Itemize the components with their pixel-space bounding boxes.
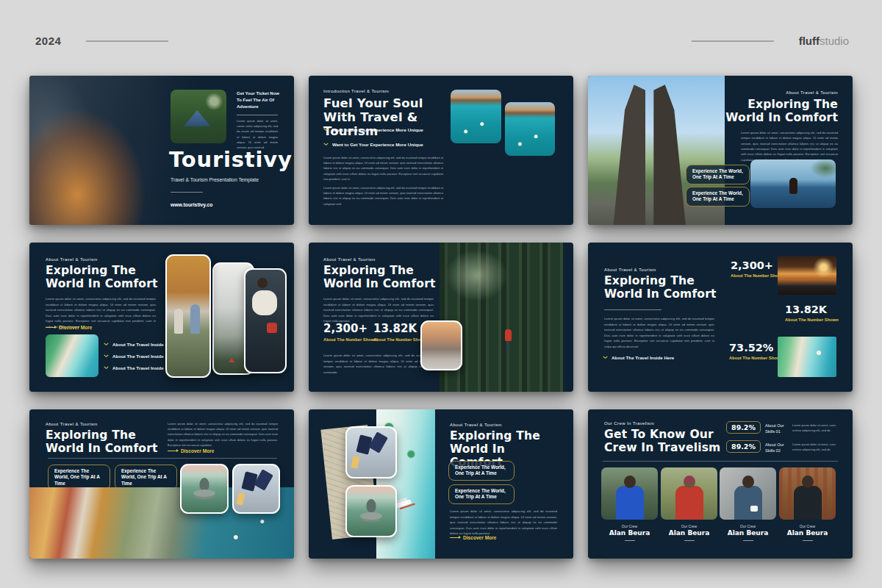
slide-about-coast[interactable]: About Travel & Tourism Exploring The Wor… — [29, 409, 294, 559]
stat-block: 2,300+ About The Number Shown — [731, 260, 784, 279]
photo-buddha-statue — [180, 464, 229, 514]
stat-block: 2,300+ About The Number Shown — [323, 323, 377, 343]
crew-role: Our Crew — [601, 524, 658, 528]
slide-cover[interactable]: Get Your Ticket Now To Feel The Air Of A… — [29, 76, 294, 225]
body-paragraph: Lorem ipsum dolor sit amet, consectetur … — [168, 421, 278, 448]
stat-block: 13.82K About The Number Shown — [785, 304, 839, 323]
slide-title: Exploring The World In Comfort — [323, 265, 441, 291]
slide-title: Exploring The World In Comfort — [46, 265, 163, 291]
experience-button[interactable]: Experience The World, One Trip At A Time — [48, 465, 110, 490]
experience-button[interactable]: Experience The World, One Trip At A Time — [115, 465, 177, 490]
slide-introduction[interactable]: Introduction Travel & Tourism Fuel Your … — [309, 76, 573, 225]
crew-role: Our Crew — [720, 524, 776, 528]
bullet-label: Want to Get Your Experience More Unique — [332, 127, 423, 132]
cover-subtitle: Travel & Tourism Presentation Template — [171, 177, 259, 182]
body-paragraph: Lorem ipsum dolor sit amet, consectetur … — [604, 316, 714, 349]
chevron-down-icon — [323, 143, 329, 146]
slide-eyebrow: About Travel & Tourism — [46, 257, 98, 262]
cover-website-link[interactable]: www.touristivy.co — [171, 202, 212, 207]
year-label: 2024 — [35, 35, 61, 47]
page-canvas: 2024 fluffstudio Get Your Ticket Now To … — [0, 0, 882, 588]
cover-body-text: Lorem ipsum dolor sit amet, conse ctetur… — [237, 118, 278, 150]
divider-line — [625, 540, 635, 541]
slide-about-cards[interactable]: About Travel & Tourism Exploring The Wor… — [29, 243, 294, 392]
experience-button[interactable]: Experience The World, One Trip At A Time — [448, 484, 514, 504]
crew-name: Alan Beura — [779, 529, 836, 537]
header-line-left — [86, 40, 168, 42]
body-paragraph: Lorem ipsum dolor sit amet, consectetur … — [323, 296, 434, 324]
stat-value: 2,300+ — [731, 260, 784, 271]
arrow-right-icon — [450, 537, 459, 538]
chevron-down-icon — [603, 356, 608, 359]
crew-role: Our Crew — [661, 524, 717, 528]
experience-button[interactable]: Experience The World, One Trip At A Time — [448, 461, 514, 481]
photo-harbor-2 — [505, 102, 555, 156]
slide-about-gate[interactable]: About Travel & Tourism Exploring The Wor… — [588, 76, 853, 225]
crew-name: Alan Beura — [661, 529, 717, 537]
header-line-right — [692, 40, 774, 42]
photo-infinity-pool — [750, 159, 836, 208]
slide-crew[interactable]: Our Crew In Travelism Get To Know Our Cr… — [588, 409, 853, 559]
slide-eyebrow: About Travel & Tourism — [604, 268, 656, 272]
bullet-label: About The Travel Inside Here — [612, 355, 674, 360]
divider-line — [803, 540, 813, 541]
slide-title: Get To Know Our Crew In Travelism — [604, 429, 733, 455]
photo-harbor-boats-1 — [451, 147, 501, 210]
discover-more-label: Discover More — [463, 535, 496, 540]
bullet-label: Want to Get Your Experience More Unique — [332, 142, 423, 147]
bullet-item: About The Travel Inside Here — [603, 355, 674, 360]
skill-note: Lorem ipsum dolor sit amet, cons ectetur… — [792, 442, 836, 453]
bullet-item: Want to Get Your Experience More Unique — [323, 142, 423, 147]
body-paragraph: Lorem ipsum dolor sit amet, consectetur … — [323, 155, 443, 182]
cover-title: Touristivy — [169, 147, 293, 172]
slide-eyebrow: Our Crew In Travelism — [604, 421, 654, 426]
slide-about-stats[interactable]: About Travel & Tourism Exploring The Wor… — [588, 243, 853, 392]
bullet-item: About The Travel Inside — [104, 342, 164, 347]
stat-block: 13.82K About The Number Shown — [373, 323, 427, 343]
discover-more-label: Discover More — [181, 448, 214, 453]
stat-label: About The Number Shown — [785, 318, 839, 323]
divider-line — [171, 192, 203, 193]
stat-label: About The Number Shown — [731, 273, 784, 279]
discover-more-label: Discover More — [59, 325, 92, 330]
crew-name: Alan Beura — [601, 529, 658, 537]
crew-photo-3 — [720, 467, 776, 520]
stat-value: 13.82K — [373, 323, 427, 334]
discover-more-link[interactable]: Discover More — [46, 325, 92, 330]
discover-more-link[interactable]: Discover More — [168, 448, 214, 453]
photo-passports — [345, 426, 397, 478]
photo-lantern-sunset — [778, 256, 836, 295]
stat-block: 73.52% About The Number Shown — [729, 343, 783, 362]
bullet-item: Want to Get Your Experience More Unique — [323, 127, 423, 132]
divider-line — [603, 461, 838, 462]
slide-eyebrow: About Travel & Tourism — [46, 422, 98, 426]
discover-more-link[interactable]: Discover More — [450, 535, 496, 540]
slide-about-forest[interactable]: About Travel & Tourism Exploring The Wor… — [309, 243, 573, 392]
divider-line — [684, 540, 695, 541]
experience-button[interactable]: Experience The World, One Trip At A Time — [686, 187, 750, 207]
slide-eyebrow: About Travel & Tourism — [323, 257, 376, 262]
photo-beach-aerial — [46, 334, 98, 377]
skill-percentage-badge: 89.2% — [726, 440, 761, 453]
body-paragraph: Lorem ipsum dolor sit amet, consectetur … — [323, 185, 443, 207]
body-paragraph: Lorem ipsum dolor sit amet, consectetur … — [323, 353, 428, 375]
skill-label: About Our Skills 01 — [765, 423, 792, 435]
brand-light: studio — [820, 35, 849, 47]
experience-button[interactable]: Experience The World, One Trip At A Time — [686, 165, 750, 184]
photo-passports — [232, 464, 280, 514]
photo-boats-aerial — [720, 298, 779, 336]
slide-title: Exploring The World In Comfort — [46, 429, 159, 456]
bullet-item: About The Travel Inside — [104, 365, 164, 370]
slide-about-collage[interactable]: About Travel & Tourism Exploring The Wor… — [309, 409, 573, 559]
chevron-down-icon — [104, 366, 109, 370]
top-bar: 2024 fluffstudio — [35, 35, 849, 47]
crew-photo-2 — [661, 467, 717, 520]
stat-label: About The Number Shown — [323, 337, 377, 343]
stat-value: 13.82K — [785, 304, 839, 315]
brand-logo: fluffstudio — [799, 35, 849, 47]
body-paragraph: Lorem ipsum dolor sit amet, consectetur … — [741, 130, 838, 162]
slide-eyebrow: About Travel & Tourism — [786, 90, 838, 95]
bullet-item: About The Travel Inside — [104, 354, 164, 359]
slide-title: Exploring The World In Comfort — [725, 98, 838, 125]
divider-line — [48, 458, 277, 459]
